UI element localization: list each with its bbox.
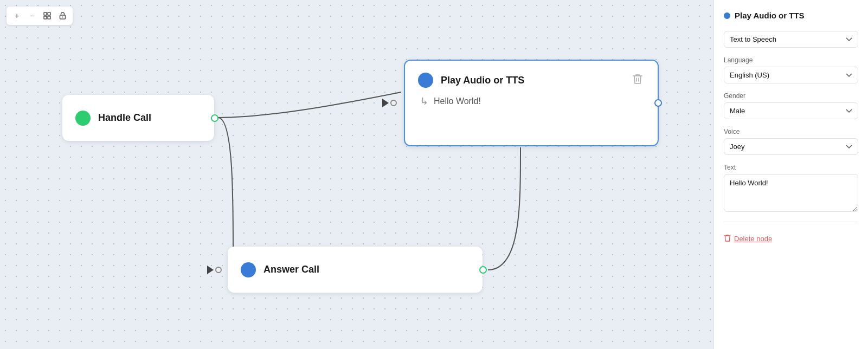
panel-gender-label: Gender [724,92,858,100]
panel-language-select[interactable]: English (US) English (UK) Spanish French… [724,67,858,83]
handle-call-output-port[interactable] [211,114,218,122]
panel-text-field: Text Hello World! [724,164,858,212]
lock-button[interactable] [55,9,69,23]
canvas-toolbar: + − [7,7,73,25]
panel-gender-select[interactable]: Male Female [724,102,858,119]
connections-svg [0,0,713,349]
panel-voice-select[interactable]: Joey Matthew Justin Ivy Joanna [724,138,858,155]
answer-call-incoming-circle [215,267,222,273]
panel-type-field: Text to Speech Audio File [724,31,858,48]
answer-call-node[interactable]: Answer Call [228,247,483,293]
play-audio-output-port[interactable] [654,99,662,107]
panel-text-textarea[interactable]: Hello World! [724,174,858,212]
delete-node-row: Delete node [724,234,858,243]
svg-rect-0 [44,12,47,15]
panel-language-label: Language [724,56,858,64]
play-audio-content: ↳ Hello World! [418,95,481,107]
answer-call-output-port[interactable] [479,266,487,274]
play-audio-delete-button[interactable] [631,72,645,89]
handle-call-title: Handle Call [98,112,151,124]
play-audio-icon [418,73,433,88]
answer-call-icon [241,262,256,277]
panel-title-dot [724,12,730,19]
handle-call-node[interactable]: Handle Call [62,95,214,141]
handle-call-icon [75,111,91,126]
zoom-out-button[interactable]: − [25,9,39,23]
zoom-in-button[interactable]: + [10,9,24,23]
panel-divider [724,222,858,222]
play-audio-content-arrow: ↳ [420,95,428,107]
play-audio-title: Play Audio or TTS [441,75,524,86]
answer-call-title: Answer Call [263,264,319,275]
play-audio-header: Play Audio or TTS [418,72,645,89]
delete-node-button[interactable]: Delete node [734,235,772,243]
right-panel: Play Audio or TTS Text to Speech Audio F… [713,0,868,349]
canvas[interactable]: + − Handle Call [0,0,713,349]
panel-voice-field: Voice Joey Matthew Justin Ivy Joanna [724,128,858,155]
play-audio-content-text: Hello World! [434,96,481,106]
delete-node-icon [724,234,731,243]
play-audio-incoming-arrow [382,99,389,107]
svg-rect-2 [44,16,47,19]
panel-type-select[interactable]: Text to Speech Audio File [724,31,858,48]
svg-point-5 [62,17,63,18]
panel-language-field: Language English (US) English (UK) Spani… [724,56,858,83]
svg-rect-1 [48,12,50,15]
panel-title: Play Audio or TTS [735,11,805,20]
fit-screen-button[interactable] [40,9,54,23]
panel-voice-label: Voice [724,128,858,135]
panel-title-row: Play Audio or TTS [724,11,858,20]
panel-gender-field: Gender Male Female [724,92,858,119]
panel-text-label: Text [724,164,858,171]
answer-call-incoming-arrow [207,266,214,274]
svg-rect-3 [48,16,50,19]
play-audio-node[interactable]: Play Audio or TTS ↳ Hello World! [404,60,659,146]
play-audio-incoming-circle [390,100,397,106]
